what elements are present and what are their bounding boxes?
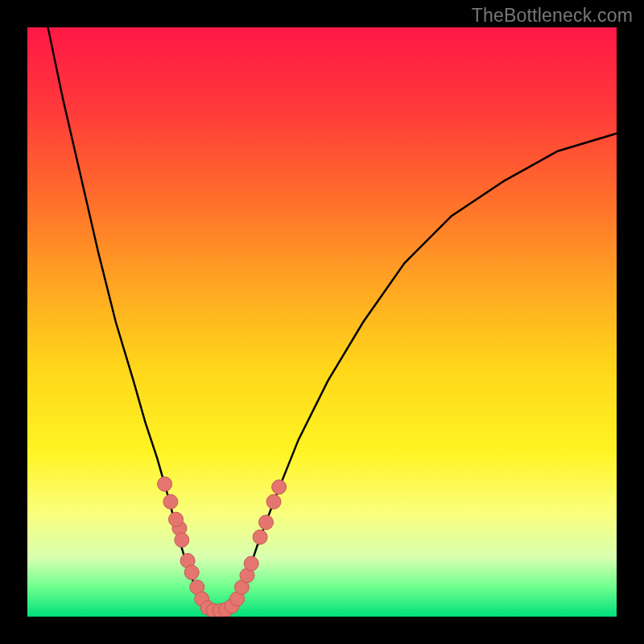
data-point	[266, 494, 281, 509]
chart-svg	[27, 27, 617, 617]
data-point	[253, 530, 267, 544]
data-point	[244, 556, 258, 571]
data-point	[175, 533, 189, 547]
data-point	[169, 512, 184, 526]
data-point	[158, 477, 172, 491]
data-point	[259, 515, 274, 530]
chart-frame: TheBottleneck.com	[0, 0, 644, 644]
plot-area	[27, 27, 617, 617]
watermark-text: TheBottleneck.com	[472, 5, 633, 27]
data-point	[272, 480, 287, 494]
data-point	[184, 565, 199, 580]
bottleneck-curve	[48, 27, 617, 613]
data-point	[163, 494, 178, 509]
